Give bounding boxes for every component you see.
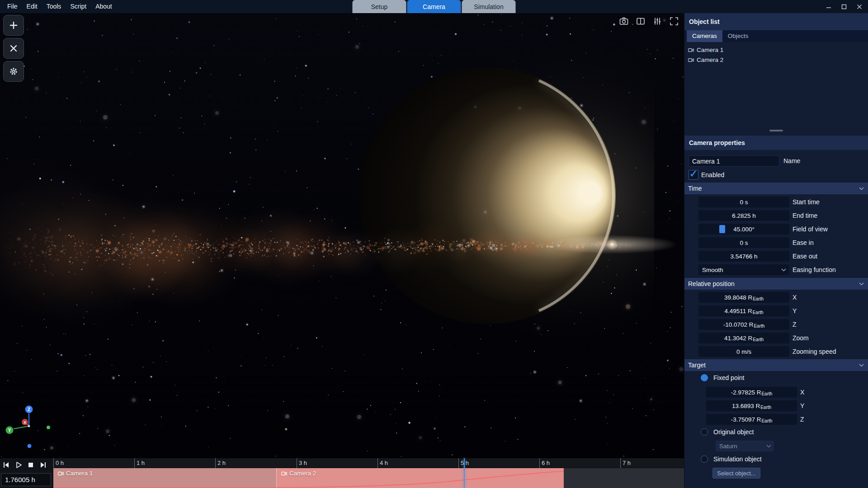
- rel-z-label: Z: [793, 319, 797, 330]
- rel-x-label: X: [793, 292, 797, 303]
- fov-slider[interactable]: 45.000°: [698, 224, 789, 235]
- timeline-tracks: Camera 1 Camera 2: [53, 468, 684, 488]
- split-view-icon[interactable]: [635, 16, 646, 27]
- close-x-icon: [9, 43, 19, 53]
- section-target[interactable]: Target: [684, 359, 868, 371]
- ease-in-value: 0 s: [740, 239, 748, 246]
- ease-in-row: 0 s Ease in: [684, 237, 868, 249]
- tab-setup[interactable]: Setup: [353, 0, 406, 13]
- orientation-gizmo[interactable]: X Z Y: [2, 404, 58, 455]
- ease-in-field[interactable]: 0 s: [698, 237, 789, 248]
- unit-sub: Earth: [761, 391, 772, 396]
- original-object-dropdown[interactable]: Saturn: [716, 441, 774, 451]
- current-time-display: 1.76005 h: [1, 473, 51, 486]
- rel-z-field[interactable]: -10.0702 REarth: [698, 319, 789, 330]
- simulation-object-radio[interactable]: [701, 455, 708, 463]
- app-window: File Edit Tools Script About Setup Camer…: [0, 0, 868, 488]
- gizmo-blue-dot: [28, 444, 32, 448]
- rel-y-label: Y: [793, 305, 797, 317]
- fov-value: 45.000°: [733, 226, 755, 233]
- space-scene-canvas[interactable]: [0, 13, 684, 458]
- rel-x-row: 39.8048 REarth X: [684, 292, 868, 303]
- section-relative-position[interactable]: Relative position: [684, 278, 868, 290]
- unit-sub: Earth: [761, 418, 772, 423]
- zooming-speed-value: 0 m/s: [736, 348, 751, 355]
- maximize-icon[interactable]: [838, 1, 850, 12]
- menu-edit[interactable]: Edit: [22, 0, 42, 13]
- chevron-down-icon: [859, 364, 864, 367]
- easing-curve: [53, 468, 684, 488]
- unit-sub: Earth: [753, 310, 764, 315]
- axis-z-label: Z: [28, 407, 30, 412]
- timeline-ruler[interactable]: 0 h 1 h 2 h 3 h 4 h 5 h 6 h 7 h: [53, 458, 684, 468]
- target-y-value: 13.6893 R: [732, 403, 760, 409]
- target-z-label: Z: [800, 414, 804, 425]
- enabled-label: Enabled: [701, 170, 724, 180]
- tab-camera[interactable]: Camera: [407, 0, 461, 13]
- panel-splitter-handle[interactable]: [769, 130, 783, 131]
- menu-script[interactable]: Script: [66, 0, 91, 13]
- tab-objects[interactable]: Objects: [722, 30, 754, 42]
- camera-name-input[interactable]: [689, 155, 779, 167]
- chevron-down-icon: [766, 445, 771, 448]
- list-item-camera-2[interactable]: Camera 2: [684, 55, 868, 65]
- target-z-field[interactable]: -3.75097 REarth: [706, 414, 797, 425]
- simulation-object-option: Simulation object: [684, 455, 868, 464]
- target-z-value: -3.75097 R: [731, 416, 761, 423]
- start-time-field[interactable]: 0 s: [698, 197, 789, 207]
- skip-to-start-button[interactable]: [2, 461, 10, 469]
- list-item-label: Camera 1: [697, 47, 723, 53]
- select-object-button[interactable]: Select object...: [712, 468, 760, 479]
- menu-about[interactable]: About: [91, 0, 117, 13]
- chevron-down-icon: [781, 268, 786, 272]
- original-object-row: Saturn: [684, 441, 868, 452]
- rel-y-value: 4.49511 R: [724, 308, 752, 314]
- fov-slider-handle[interactable]: [719, 225, 725, 233]
- playhead[interactable]: [464, 458, 465, 488]
- simulation-object-label: Simulation object: [713, 455, 762, 464]
- target-x-field[interactable]: -2.97825 REarth: [706, 387, 797, 398]
- play-button[interactable]: [14, 461, 23, 469]
- menu-tools[interactable]: Tools: [42, 0, 66, 13]
- zoom-value: 41.3042 R: [724, 335, 752, 342]
- fixed-point-radio[interactable]: [701, 374, 708, 381]
- unit-sub: Earth: [760, 405, 771, 410]
- section-time[interactable]: Time: [684, 183, 868, 194]
- ruler-tick-4: 4 h: [377, 458, 388, 468]
- minimize-icon[interactable]: [823, 1, 835, 12]
- object-list: Camera 1 Camera 2: [684, 45, 868, 65]
- stop-button[interactable]: [27, 461, 35, 469]
- zooming-speed-field[interactable]: 0 m/s: [698, 346, 789, 357]
- zoom-field[interactable]: 41.3042 REarth: [698, 333, 789, 343]
- target-y-field[interactable]: 13.6893 REarth: [706, 400, 797, 411]
- original-object-radio[interactable]: [701, 428, 708, 436]
- rel-y-field[interactable]: 4.49511 REarth: [698, 305, 789, 316]
- end-time-field[interactable]: 6.2825 h: [698, 210, 789, 221]
- enabled-checkbox[interactable]: ✓: [689, 170, 698, 180]
- adjustments-icon[interactable]: [652, 16, 663, 27]
- gizmo-green-dot: [47, 426, 50, 429]
- target-y-row: 13.6893 REarth Y: [684, 400, 868, 412]
- rel-x-field[interactable]: 39.8048 REarth: [698, 292, 789, 303]
- zooming-speed-row: 0 m/s Zooming speed: [684, 346, 868, 357]
- ease-out-field[interactable]: 3.54766 h: [698, 251, 789, 262]
- tab-cameras[interactable]: Cameras: [687, 30, 722, 42]
- close-icon[interactable]: [854, 1, 865, 12]
- skip-to-end-button[interactable]: [39, 461, 47, 469]
- remove-button[interactable]: [3, 38, 24, 59]
- rel-z-value: -10.0702 R: [723, 321, 754, 328]
- screenshot-icon[interactable]: [618, 16, 629, 27]
- transport-controls: [2, 461, 47, 469]
- easing-dropdown[interactable]: Smooth: [698, 264, 789, 275]
- tab-simulation[interactable]: Simulation: [462, 0, 516, 13]
- list-item-camera-1[interactable]: Camera 1: [684, 45, 868, 55]
- menu-file[interactable]: File: [3, 0, 22, 13]
- axis-y-label: Y: [8, 428, 11, 433]
- fixed-point-label: Fixed point: [713, 373, 744, 382]
- fullscreen-icon[interactable]: [669, 16, 679, 27]
- add-button[interactable]: [3, 15, 24, 36]
- zooming-speed-label: Zooming speed: [793, 346, 836, 357]
- target-x-value: -2.97825 R: [731, 389, 761, 396]
- settings-button[interactable]: [3, 61, 24, 82]
- easing-row: Smooth Easing function: [684, 264, 868, 276]
